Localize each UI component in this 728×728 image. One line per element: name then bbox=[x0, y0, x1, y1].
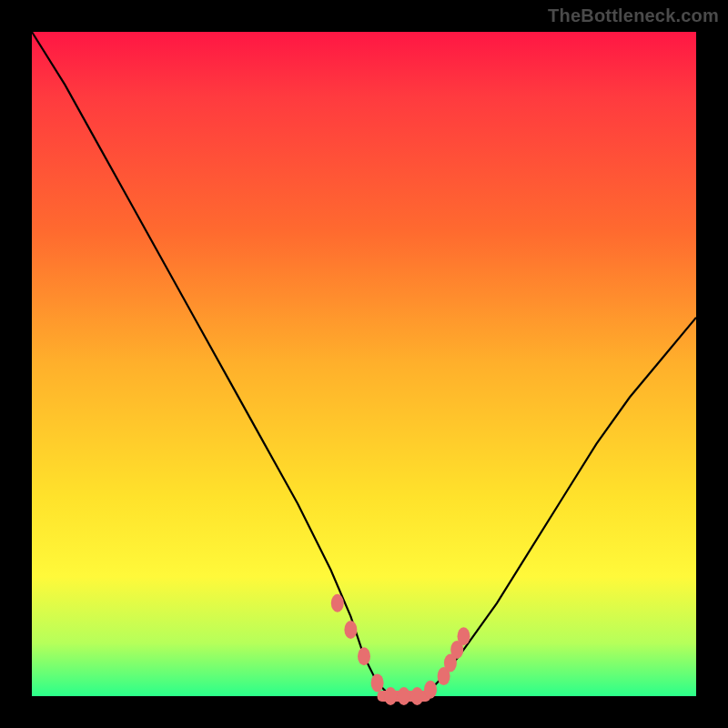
curve-marker bbox=[398, 687, 410, 705]
attribution-watermark: TheBottleneck.com bbox=[548, 5, 719, 26]
curve-marker bbox=[344, 621, 357, 639]
curve-marker bbox=[410, 687, 423, 705]
curve-marker bbox=[358, 647, 370, 665]
curve-marker bbox=[331, 594, 344, 612]
curve-marker bbox=[384, 687, 397, 705]
curve-markers bbox=[331, 594, 470, 705]
curve-marker bbox=[371, 673, 384, 692]
curve-marker bbox=[458, 627, 470, 645]
plot-area bbox=[32, 32, 696, 696]
chart-svg bbox=[32, 32, 696, 696]
bottleneck-curve bbox=[32, 32, 696, 696]
chart-frame: TheBottleneck.com bbox=[0, 0, 728, 728]
curve-marker bbox=[424, 681, 437, 699]
